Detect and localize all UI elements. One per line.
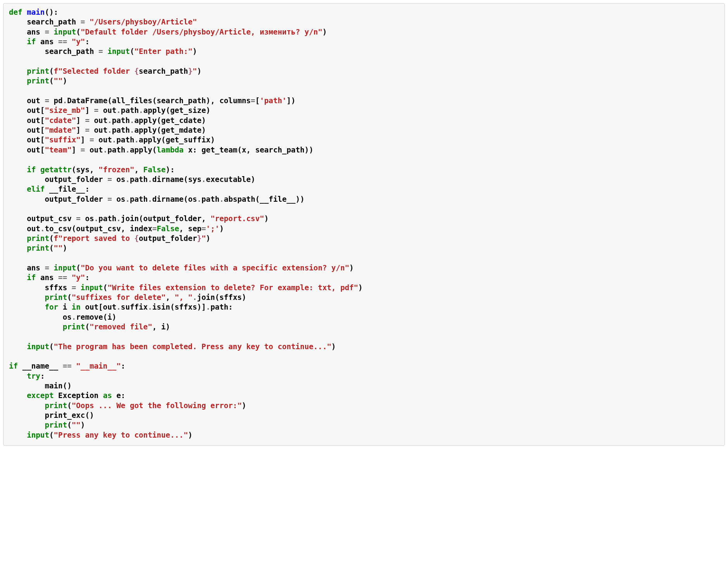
code-block: def main(): search_path = "/Users/physbo… [9,7,719,440]
string-literal: "/Users/physboy/Article" [90,17,197,26]
keyword-def: def [9,8,22,17]
function-name: main [27,8,45,17]
code-cell: def main(): search_path = "/Users/physbo… [3,3,725,446]
